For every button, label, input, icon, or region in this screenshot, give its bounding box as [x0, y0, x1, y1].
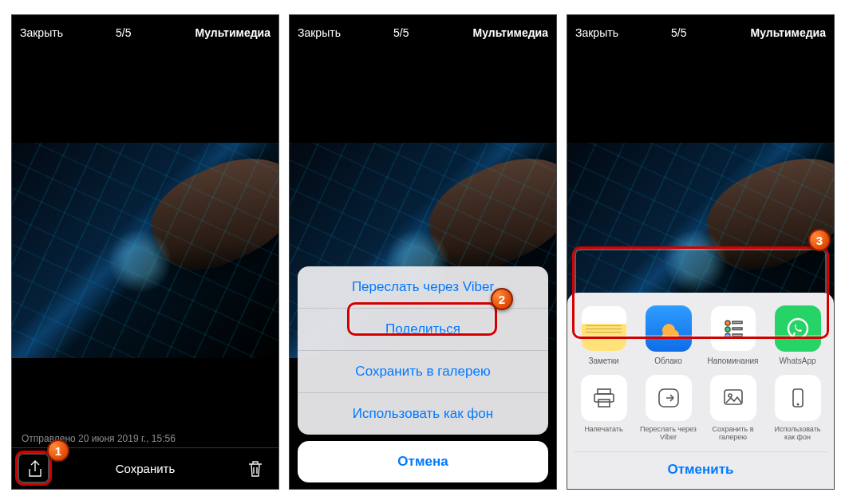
svg-rect-3: [733, 328, 742, 330]
image-content: [416, 143, 556, 287]
image-content: [138, 143, 278, 287]
sheet-use-wallpaper[interactable]: Использовать как фон: [298, 393, 548, 435]
media-image[interactable]: [12, 143, 278, 358]
topbar: Закрыть 5/5 Мультимедиа: [290, 15, 556, 50]
svg-point-6: [788, 319, 808, 338]
screen-2: Закрыть 5/5 Мультимедиа Переслать через …: [289, 14, 557, 490]
whatsapp-icon: [775, 305, 821, 352]
action-label: Сохранить в галерею: [705, 426, 761, 442]
printer-icon: [581, 375, 627, 421]
app-label: WhatsApp: [779, 356, 815, 365]
action-label: Использовать как фон: [769, 426, 826, 442]
share-app-notes[interactable]: Заметки: [575, 305, 632, 365]
counter: 5/5: [52, 26, 195, 39]
topbar: Закрыть 5/5 Мультимедиа: [567, 15, 834, 50]
image-icon: [710, 375, 756, 421]
svg-point-2: [725, 327, 730, 332]
screen-1: Закрыть 5/5 Мультимедиа Отправлено 20 ию…: [11, 14, 279, 490]
svg-point-4: [725, 333, 730, 338]
sheet-forward-viber[interactable]: Переслать через Viber: [298, 266, 548, 309]
share-cancel[interactable]: Отменить: [574, 451, 827, 481]
svg-rect-7: [598, 389, 610, 394]
app-label: Заметки: [588, 356, 618, 365]
screen-3: Закрыть 5/5 Мультимедиа Заметки Облако: [567, 14, 835, 490]
share-actions-row: Напечатать Переслать через Viber Сохрани…: [574, 372, 827, 448]
share-app-whatsapp[interactable]: WhatsApp: [769, 305, 826, 365]
phone-icon: [775, 375, 821, 421]
svg-point-0: [725, 321, 730, 325]
svg-rect-5: [733, 334, 742, 337]
notes-icon: [581, 305, 627, 352]
action-sheet-group: Переслать через Viber Поделиться Сохрани…: [298, 266, 548, 435]
forward-icon: [646, 375, 692, 421]
svg-point-12: [729, 394, 732, 397]
sheet-share-label: Поделиться: [385, 321, 460, 337]
trash-icon[interactable]: [245, 459, 266, 479]
share-sheet: Заметки Облако Напоминания: [567, 293, 834, 489]
action-sheet: Переслать через Viber Поделиться Сохрани…: [298, 266, 548, 482]
action-forward-viber[interactable]: Переслать через Viber: [640, 375, 697, 442]
counter: 5/5: [330, 26, 473, 39]
sheet-share[interactable]: Поделиться: [298, 309, 548, 351]
counter: 5/5: [607, 26, 751, 39]
action-save-gallery[interactable]: Сохранить в галерею: [705, 375, 761, 442]
action-label: Переслать через Viber: [640, 426, 697, 442]
save-button[interactable]: Сохранить: [45, 462, 245, 475]
share-app-cloud[interactable]: Облако: [640, 305, 697, 365]
bottombar: Сохранить: [12, 447, 278, 489]
action-label: Напечатать: [584, 426, 622, 442]
app-label: Облако: [654, 356, 682, 365]
multimedia-label[interactable]: Мультимедиа: [195, 26, 270, 39]
action-print[interactable]: Напечатать: [575, 375, 632, 442]
image-content: [693, 143, 834, 287]
share-icon[interactable]: [25, 459, 45, 479]
sheet-save-gallery[interactable]: Сохранить в галерею: [298, 351, 548, 393]
multimedia-label[interactable]: Мультимедиа: [473, 26, 548, 39]
share-apps-row: Заметки Облако Напоминания: [574, 302, 827, 372]
sheet-cancel[interactable]: Отмена: [298, 441, 548, 482]
topbar: Закрыть 5/5 Мультимедиа: [12, 15, 278, 50]
svg-rect-9: [598, 400, 610, 407]
action-wallpaper[interactable]: Использовать как фон: [769, 375, 826, 442]
app-label: Напоминания: [708, 356, 759, 365]
share-app-reminders[interactable]: Напоминания: [705, 305, 761, 365]
multimedia-label[interactable]: Мультимедиа: [751, 26, 826, 39]
cloud-icon: [646, 305, 692, 352]
reminders-icon: [710, 305, 756, 352]
svg-rect-8: [594, 394, 614, 402]
timestamp: Отправлено 20 июня 2019 г., 15:56: [22, 433, 176, 444]
svg-rect-1: [733, 321, 742, 324]
